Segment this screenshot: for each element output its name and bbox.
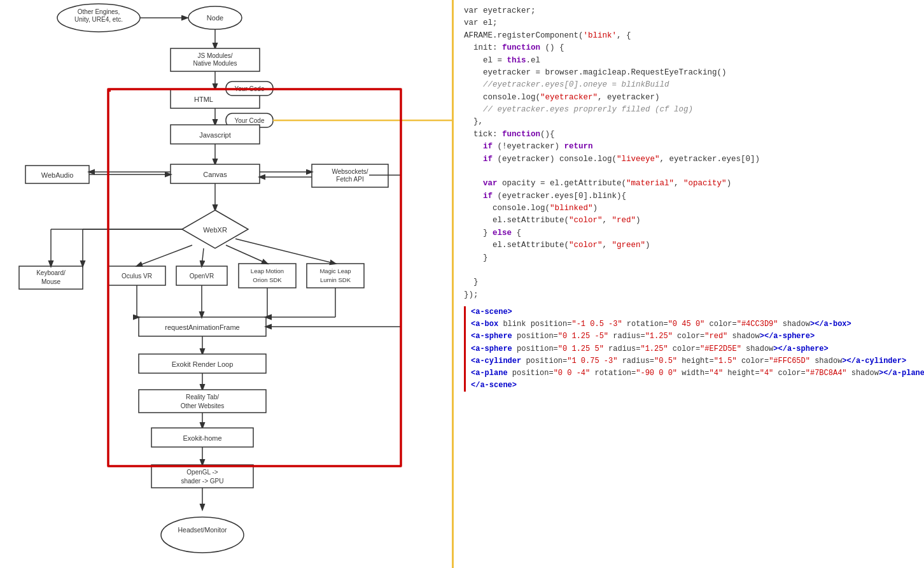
- code-line-17: console.log("blinked"): [464, 202, 914, 215]
- code-line-9: // eyetracker.eyes proprerly filled (cf …: [464, 104, 914, 116]
- code-line-18: el.setAttribute("color", "red"): [464, 215, 914, 227]
- code-panel: var eyetracker; var el; AFRAME.registerC…: [452, 0, 924, 568]
- html-line-4: <a-sphere position="0 1.25 5" radius="1.…: [471, 343, 914, 355]
- code-line-1: var eyetracker;: [464, 5, 914, 17]
- svg-text:Leap Motion: Leap Motion: [251, 267, 284, 274]
- svg-text:Headset/Monitor: Headset/Monitor: [178, 526, 227, 534]
- svg-rect-91: [108, 89, 111, 92]
- code-line-21: }: [464, 252, 914, 264]
- svg-text:HTML: HTML: [194, 96, 213, 103]
- html-line-3: <a-sphere position="0 1.25 -5" radius="1…: [471, 330, 914, 343]
- svg-text:Lumin SDK: Lumin SDK: [320, 276, 351, 283]
- code-line-13: if (eyetracker) console.log("liveeye", e…: [464, 153, 914, 166]
- svg-text:Node: Node: [207, 14, 223, 22]
- svg-text:Native Modules: Native Modules: [193, 60, 237, 67]
- svg-text:WebAudio: WebAudio: [41, 171, 74, 179]
- code-line-2: var el;: [464, 17, 914, 29]
- svg-text:Canvas: Canvas: [203, 171, 227, 178]
- svg-text:Oculus VR: Oculus VR: [122, 273, 152, 280]
- html-line-6: <a-plane position="0 0 -4" rotation="-90…: [471, 367, 914, 380]
- html-code-block: <a-scene> <a-box blink position="-1 0.5 …: [464, 306, 914, 392]
- svg-text:Mouse: Mouse: [41, 278, 60, 285]
- html-line-1: <a-scene>: [471, 306, 914, 318]
- code-line-22: [464, 264, 914, 276]
- svg-text:shader -> GPU: shader -> GPU: [181, 478, 224, 485]
- html-line-5: <a-cylinder position="1 0.75 -3" radius=…: [471, 355, 914, 367]
- svg-point-84: [161, 517, 244, 553]
- svg-text:OpenVR: OpenVR: [190, 273, 214, 280]
- code-line-6: eyetracker = browser.magicleap.RequestEy…: [464, 67, 914, 79]
- code-line-4: init: function () {: [464, 42, 914, 54]
- svg-text:OpenGL ->: OpenGL ->: [186, 469, 218, 476]
- svg-text:Magic Leap: Magic Leap: [319, 267, 351, 274]
- code-line-24: });: [464, 289, 914, 301]
- code-line-20: el.setAttribute("color", "green"): [464, 239, 914, 252]
- code-line-7: //eyetracker.eyes[0].oneye = blinkBuild: [464, 79, 914, 91]
- svg-text:WebXR: WebXR: [203, 226, 227, 234]
- svg-text:Keyboard/: Keyboard/: [36, 269, 66, 276]
- svg-line-56: [235, 239, 335, 264]
- code-line-5: el = this.el: [464, 55, 914, 67]
- svg-text:Exokit Render Loop: Exokit Render Loop: [172, 360, 234, 368]
- svg-text:Exokit-home: Exokit-home: [183, 434, 221, 442]
- code-line-12: if (!eyetracker) return: [464, 141, 914, 153]
- code-line-16: if (eyetracker.eyes[0].blink){: [464, 190, 914, 202]
- diagram-panel: Other Engines, Unity, URE4, etc. Node JS…: [0, 0, 452, 568]
- svg-text:Your Code: Your Code: [235, 117, 265, 124]
- svg-text:Orion SDK: Orion SDK: [253, 276, 282, 283]
- code-line-8: console.log("eyetracker", eyetracker): [464, 92, 914, 104]
- code-line-23: }: [464, 276, 914, 288]
- architecture-diagram: Other Engines, Unity, URE4, etc. Node JS…: [0, 0, 452, 568]
- svg-text:Websockets/: Websockets/: [332, 168, 368, 175]
- html-line-7: </a-scene>: [471, 380, 914, 392]
- code-line-3: AFRAME.registerComponent('blink', {: [464, 30, 914, 42]
- svg-text:Javascript: Javascript: [199, 131, 231, 139]
- svg-text:Other Websites: Other Websites: [181, 402, 225, 409]
- svg-line-53: [137, 245, 192, 266]
- js-code-block: var eyetracker; var el; AFRAME.registerC…: [464, 5, 914, 301]
- html-line-2: <a-box blink position="-1 0.5 -3" rotati…: [471, 318, 914, 330]
- svg-text:JS Modules/: JS Modules/: [197, 52, 232, 59]
- svg-text:requestAnimationFrame: requestAnimationFrame: [165, 323, 239, 331]
- code-line-14: [464, 166, 914, 178]
- svg-line-54: [202, 248, 204, 266]
- svg-text:Reality Tab/: Reality Tab/: [186, 394, 219, 401]
- code-line-19: } else {: [464, 227, 914, 239]
- svg-line-55: [226, 245, 267, 264]
- svg-text:Unity, URE4, etc.: Unity, URE4, etc.: [74, 16, 123, 23]
- code-line-10: },: [464, 116, 914, 128]
- code-line-15: var opacity = el.getAttribute("material"…: [464, 178, 914, 190]
- code-line-11: tick: function(){: [464, 129, 914, 141]
- svg-text:Other Engines,: Other Engines,: [78, 8, 120, 15]
- svg-text:Fetch API: Fetch API: [336, 176, 363, 183]
